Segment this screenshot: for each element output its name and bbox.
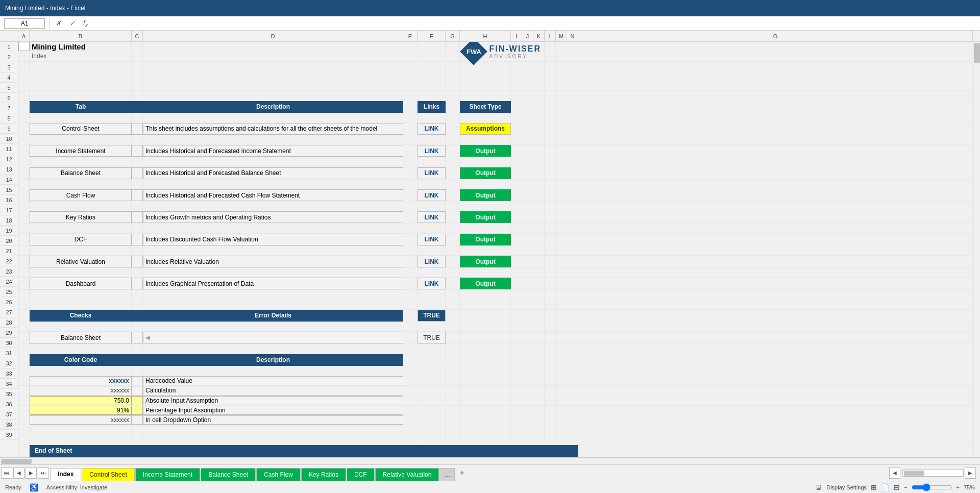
type-relative-valuation[interactable]: Output: [460, 256, 511, 267]
cell-b1[interactable]: Mining Limited: [30, 42, 132, 51]
function-icon: fx: [81, 19, 90, 28]
tab-control-sheet[interactable]: Control Sheet: [82, 468, 134, 481]
cell-c1[interactable]: [132, 42, 143, 51]
link-balance-sheet[interactable]: LINK: [418, 167, 446, 179]
type-key-ratios[interactable]: Output: [460, 211, 511, 223]
link-dcf[interactable]: LINK: [418, 234, 446, 245]
tab-nav-right[interactable]: ▶: [26, 467, 37, 479]
type-cash-flow[interactable]: Output: [460, 189, 511, 201]
cell-d1[interactable]: [143, 42, 403, 51]
cell-h1[interactable]: FWA FIN-WISER ADVISORY: [460, 42, 511, 51]
type-control-sheet[interactable]: Assumptions: [460, 123, 511, 135]
col-header-h[interactable]: H: [460, 31, 511, 41]
cell-f1[interactable]: [418, 42, 446, 51]
tab-cash-flow[interactable]: Cash Flow: [30, 189, 132, 201]
tab-dcf[interactable]: DCF: [30, 234, 132, 245]
color-value-1[interactable]: xxxxxx: [30, 376, 132, 385]
tab-more[interactable]: ...: [439, 468, 455, 481]
col-header-m[interactable]: M: [556, 31, 567, 41]
tab-key-ratios[interactable]: Key Ratios: [30, 211, 132, 223]
desc-relative-valuation[interactable]: Includes Relative Valuation: [143, 256, 403, 267]
horizontal-scrollbar[interactable]: [0, 457, 980, 464]
color-value-2[interactable]: xxxxxx: [30, 386, 132, 395]
desc-key-ratios[interactable]: Includes Growth metrics and Operating Ra…: [143, 211, 403, 223]
tab-income-statement[interactable]: Income Statement: [135, 468, 200, 481]
tab-index[interactable]: Index: [50, 468, 81, 481]
tab-cash-flow[interactable]: Cash Flow: [256, 468, 301, 481]
col-header-e[interactable]: E: [403, 31, 418, 41]
cell-a1[interactable]: [18, 42, 30, 51]
color-desc-1: Hardcoded Value: [143, 376, 403, 385]
color-value-4[interactable]: 91%: [30, 406, 132, 415]
tab-control-sheet[interactable]: Control Sheet: [30, 123, 132, 135]
cell-g1[interactable]: [446, 42, 460, 51]
desc-cash-flow[interactable]: Includes Historical and Forecasted Cash …: [143, 189, 403, 201]
col-header-c[interactable]: C: [132, 31, 143, 41]
col-header-f[interactable]: F: [418, 31, 446, 41]
vertical-scrollbar[interactable]: [973, 42, 980, 457]
color-value-5[interactable]: xxxxxx: [30, 415, 132, 425]
add-sheet-button[interactable]: +: [456, 467, 468, 479]
grid-view-icon[interactable]: ⊞: [871, 483, 877, 491]
link-cash-flow[interactable]: LINK: [418, 189, 446, 201]
color-value-3[interactable]: 750.0: [30, 396, 132, 405]
tab-income-statement[interactable]: Income Statement: [30, 145, 132, 157]
type-dcf[interactable]: Output: [460, 234, 511, 245]
col-header-d[interactable]: D: [143, 31, 403, 41]
row-6: [18, 91, 973, 101]
desc-control-sheet[interactable]: This sheet includes assumptions and calc…: [143, 123, 403, 135]
tab-dashboard[interactable]: Dashboard: [30, 278, 132, 289]
col-header-l[interactable]: L: [545, 31, 556, 41]
link-income-statement[interactable]: LINK: [418, 145, 446, 157]
display-settings-label[interactable]: Display Settings: [826, 484, 867, 490]
desc-dashboard[interactable]: Includes Graphical Presentation of Data: [143, 278, 403, 289]
tab-balance-sheet[interactable]: Balance Sheet: [201, 468, 256, 481]
desc-dcf[interactable]: Includes Discounted Cash Flow Valuation: [143, 234, 403, 245]
zoom-out-icon[interactable]: −: [904, 484, 907, 490]
h-scroll-inner[interactable]: [902, 470, 964, 477]
link-dashboard[interactable]: LINK: [418, 278, 446, 289]
col-header-b[interactable]: B: [30, 31, 132, 41]
tab-relative-valuation[interactable]: Relative Valuation: [375, 468, 439, 481]
cell-b2[interactable]: Index: [30, 52, 132, 61]
col-header-n[interactable]: N: [567, 31, 578, 41]
col-header-i[interactable]: I: [511, 31, 522, 41]
desc-balance-sheet[interactable]: Includes Historical and Forecasted Balan…: [143, 167, 403, 179]
check-error-detail[interactable]: ◀: [143, 332, 403, 343]
link-control-sheet[interactable]: LINK: [418, 123, 446, 135]
h-scroll-thumb[interactable]: [1, 459, 32, 464]
display-settings-icon[interactable]: 🖥: [815, 483, 822, 491]
cell-e1[interactable]: [403, 42, 418, 51]
page-layout-icon[interactable]: 📄: [881, 483, 890, 491]
zoom-in-icon[interactable]: +: [957, 484, 960, 490]
type-balance-sheet[interactable]: Output: [460, 167, 511, 179]
col-header-g[interactable]: G: [446, 31, 460, 41]
tab-nav-left-left[interactable]: ⏮: [1, 467, 12, 479]
fx-icon: ✗: [54, 19, 63, 27]
h-scroll-inner-thumb[interactable]: [904, 471, 924, 476]
link-key-ratios[interactable]: LINK: [418, 211, 446, 223]
accessibility-status[interactable]: Accessibility: Investigate: [46, 484, 107, 490]
tab-nav-right-right[interactable]: ⏭: [38, 467, 49, 479]
col-header-j[interactable]: J: [522, 31, 533, 41]
check-balance-sheet[interactable]: Balance Sheet: [30, 332, 132, 343]
col-header-k[interactable]: K: [533, 31, 545, 41]
desc-income-statement[interactable]: Includes Historical and Forecasted Incom…: [143, 145, 403, 157]
tab-dcf[interactable]: DCF: [347, 468, 375, 481]
col-header-o[interactable]: O: [578, 31, 973, 41]
tab-nav-left[interactable]: ◀: [13, 467, 24, 479]
type-income-statement[interactable]: Output: [460, 145, 511, 157]
col-header-a[interactable]: A: [18, 31, 30, 41]
link-relative-valuation[interactable]: LINK: [418, 256, 446, 267]
cell-reference[interactable]: [4, 18, 45, 29]
h-scroll-right-btn[interactable]: ▶: [965, 467, 976, 479]
tab-relative-valuation[interactable]: Relative Valuation: [30, 256, 132, 267]
zoom-slider[interactable]: [912, 483, 952, 491]
tab-balance-sheet[interactable]: Balance Sheet: [30, 167, 132, 179]
formula-input[interactable]: [94, 20, 976, 27]
h-scroll-left-btn[interactable]: ◀: [889, 467, 900, 479]
page-break-icon[interactable]: ⊟: [894, 483, 900, 491]
scroll-thumb[interactable]: [974, 43, 980, 63]
type-dashboard[interactable]: Output: [460, 278, 511, 289]
tab-key-ratios[interactable]: Key Ratios: [301, 468, 346, 481]
